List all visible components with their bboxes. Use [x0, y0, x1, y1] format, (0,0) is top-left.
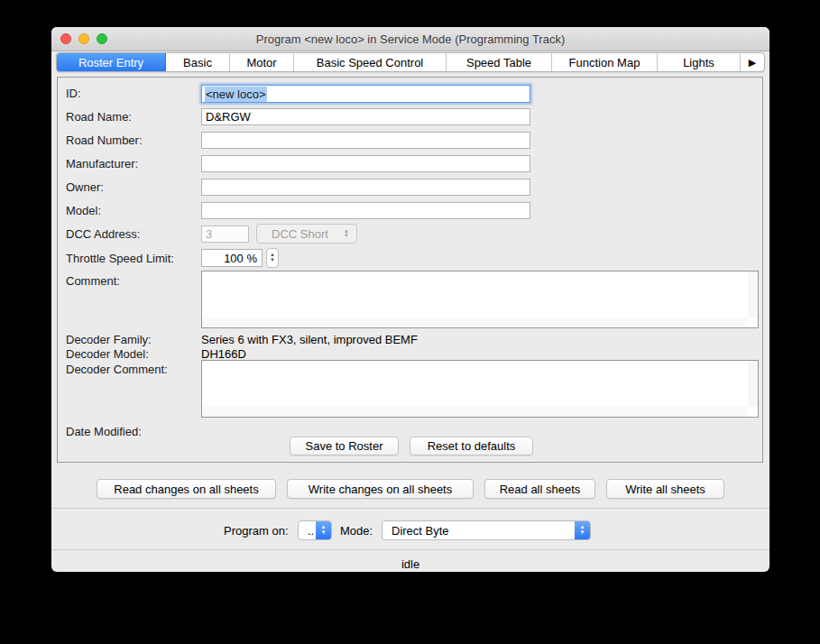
program-window: Program <new loco> in Service Mode (Prog… [51, 27, 769, 572]
tab-roster-entry[interactable]: Roster Entry [57, 53, 166, 71]
decoder-comment-horizontal-scrollbar[interactable] [202, 407, 748, 417]
model-label: Model: [66, 204, 101, 217]
id-field[interactable]: <new loco> [201, 85, 530, 103]
tab-basic-speed-control[interactable]: Basic Speed Control [294, 53, 447, 71]
manufacturer-field[interactable] [201, 155, 530, 172]
program-on-select[interactable]: .. ▲▼ [298, 520, 332, 540]
dropdown-chevrons-icon: ▲▼ [575, 521, 590, 539]
tab-speed-table[interactable]: Speed Table [447, 53, 552, 71]
owner-field[interactable] [201, 179, 530, 196]
id-selected-text: <new loco> [205, 87, 267, 102]
window-title: Program <new loco> in Service Mode (Prog… [256, 32, 565, 46]
roster-entry-panel: ID: <new loco> Road Name: Road Number: M… [57, 77, 763, 463]
traffic-lights [60, 33, 107, 44]
dropdown-chevrons-icon: ▲▼ [316, 521, 331, 539]
tab-lights[interactable]: Lights [658, 53, 741, 71]
owner-label: Owner: [66, 180, 104, 194]
comment-horizontal-scrollbar[interactable] [202, 317, 748, 327]
tab-function-map[interactable]: Function Map [552, 53, 658, 71]
road-number-field[interactable] [201, 132, 530, 149]
dcc-address-type-value: DCC Short [272, 227, 328, 241]
decoder-comment-vertical-scrollbar[interactable] [748, 361, 758, 407]
tab-overflow-right-icon[interactable]: ▶ [741, 53, 764, 71]
write-changes-all-sheets-button[interactable]: Write changes on all sheets [287, 479, 474, 499]
comment-label: Comment: [66, 274, 120, 288]
manufacturer-label: Manufacturer: [66, 157, 138, 170]
comment-textarea[interactable] [201, 271, 759, 328]
write-all-sheets-button[interactable]: Write all sheets [606, 479, 724, 499]
decoder-family-label: Decoder Family: [66, 333, 152, 346]
status-text: idle [51, 557, 769, 571]
read-all-sheets-button[interactable]: Read all sheets [484, 479, 595, 499]
separator [51, 549, 769, 550]
reset-to-defaults-button[interactable]: Reset to defaults [410, 437, 533, 455]
dcc-address-type-select: DCC Short ▲▼ [256, 224, 357, 244]
mode-label: Mode: [340, 524, 373, 538]
road-name-label: Road Name: [66, 110, 132, 124]
tab-strip: Roster Entry Basic Motor Basic Speed Con… [56, 52, 765, 72]
dcc-address-field [201, 225, 249, 243]
model-field[interactable] [201, 202, 530, 219]
throttle-speed-limit-field[interactable] [201, 249, 263, 267]
throttle-speed-limit-stepper[interactable]: ▲▼ [266, 248, 279, 268]
decoder-model-label: Decoder Model: [66, 347, 149, 361]
stepper-down-icon[interactable]: ▼ [270, 258, 275, 263]
tab-motor[interactable]: Motor [230, 53, 294, 71]
program-on-label: Program on: [224, 524, 289, 538]
stepper-chevrons-icon: ▲▼ [344, 229, 349, 238]
close-button[interactable] [60, 33, 71, 44]
throttle-speed-limit-label: Throttle Speed Limit: [66, 252, 174, 265]
date-modified-label: Date Modified: [66, 425, 142, 438]
decoder-model-value: DH166D [201, 347, 246, 361]
separator [51, 508, 769, 509]
road-number-label: Road Number: [66, 133, 143, 147]
decoder-comment-label: Decoder Comment: [66, 363, 168, 376]
mode-value: Direct Byte [382, 524, 575, 538]
decoder-family-value: Series 6 with FX3, silent, improved BEMF [201, 333, 418, 346]
comment-vertical-scrollbar[interactable] [748, 271, 758, 317]
minimize-button[interactable] [78, 33, 89, 44]
save-to-roster-button[interactable]: Save to Roster [290, 437, 399, 455]
zoom-button[interactable] [97, 33, 107, 44]
read-changes-all-sheets-button[interactable]: Read changes on all sheets [97, 479, 276, 499]
title-bar[interactable]: Program <new loco> in Service Mode (Prog… [51, 27, 769, 51]
dcc-address-label: DCC Address: [66, 227, 140, 241]
decoder-comment-textarea[interactable] [201, 360, 759, 418]
tab-basic[interactable]: Basic [166, 53, 230, 71]
id-label: ID: [66, 87, 81, 100]
program-on-value: .. [299, 524, 316, 538]
mode-select[interactable]: Direct Byte ▲▼ [382, 520, 591, 540]
road-name-field[interactable] [201, 108, 530, 125]
